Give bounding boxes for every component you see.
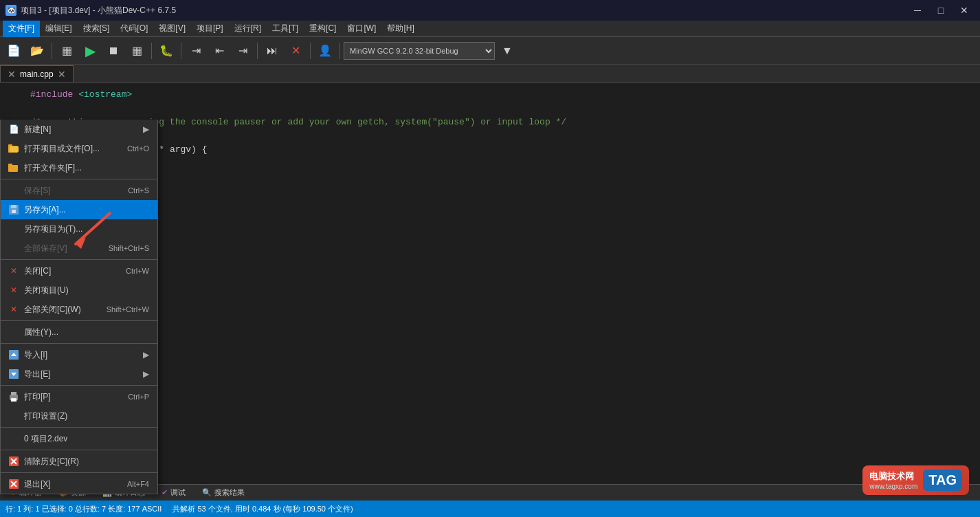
menu-edit[interactable]: 编辑[E] bbox=[40, 21, 78, 37]
menu-item-clear-history-label: 清除历史[C](R) bbox=[24, 456, 149, 468]
tb-cancel-button[interactable]: ✕ bbox=[285, 40, 307, 62]
menu-run[interactable]: 运行[R] bbox=[229, 21, 267, 37]
menu-tools[interactable]: 工具[T] bbox=[267, 21, 304, 37]
svg-rect-4 bbox=[8, 164, 12, 166]
menu-item-save-as[interactable]: 另存为[A]... bbox=[1, 200, 157, 219]
sep-3 bbox=[1, 320, 157, 321]
tb-indent-button[interactable]: ⇥ bbox=[185, 40, 207, 62]
menu-view[interactable]: 视图[V] bbox=[153, 21, 191, 37]
menu-item-recent[interactable]: 0 项目2.dev bbox=[1, 429, 157, 448]
menu-item-new[interactable]: 📄 新建[N] ▶ bbox=[1, 120, 157, 139]
title-bar-controls: ─ □ ✕ bbox=[907, 0, 975, 21]
menu-item-properties-label: 属性(Y)... bbox=[24, 327, 149, 338]
tb-sep3 bbox=[181, 43, 181, 59]
tb-grid2-button[interactable]: ▦ bbox=[126, 40, 148, 62]
menu-item-properties[interactable]: 属性(Y)... bbox=[1, 322, 157, 342]
bottom-tab-debug-label: 调试 bbox=[170, 487, 186, 498]
svg-rect-1 bbox=[8, 144, 12, 146]
menu-item-export-label: 导出[E] bbox=[24, 368, 143, 380]
menu-project[interactable]: 项目[P] bbox=[191, 21, 229, 37]
svg-rect-14 bbox=[11, 398, 16, 402]
compiler-select[interactable]: MinGW GCC 9.2.0 32-bit Debug bbox=[344, 42, 495, 60]
sep-8 bbox=[1, 472, 157, 473]
tb-grid1-button[interactable]: ▦ bbox=[56, 40, 78, 62]
menu-item-recent-label: 0 项目2.dev bbox=[24, 433, 149, 445]
menu-item-open[interactable]: 打开项目或文件[O]... Ctrl+O bbox=[1, 139, 157, 158]
menu-item-open-folder[interactable]: 打开文件夹[F]... bbox=[1, 158, 157, 177]
menu-item-close-label: 关闭[C] bbox=[24, 265, 126, 277]
print-icon bbox=[6, 389, 21, 404]
menu-refactor[interactable]: 重构[C] bbox=[304, 21, 342, 37]
tab-close2-icon[interactable]: ✕ bbox=[58, 69, 66, 80]
clear-history-icon bbox=[6, 454, 21, 469]
tb-unindent-button[interactable]: ⇤ bbox=[208, 40, 230, 62]
save-icon bbox=[6, 183, 21, 198]
menu-item-exit[interactable]: 退出[X] Alt+F4 bbox=[1, 474, 157, 494]
menu-item-close[interactable]: ✕ 关闭[C] Ctrl+W bbox=[1, 261, 157, 280]
menu-help[interactable]: 帮助[H] bbox=[381, 21, 419, 37]
debug-icon: ✔ bbox=[162, 488, 168, 497]
new-arrow-icon: ▶ bbox=[143, 124, 149, 134]
window-title: 项目3 - [项目3.dev] - 小熊猫Dev-C++ 6.7.5 bbox=[21, 5, 176, 16]
close-button[interactable]: ✕ bbox=[954, 0, 975, 21]
menu-window[interactable]: 窗口[W] bbox=[342, 21, 381, 37]
tb-open-button[interactable]: 📂 bbox=[26, 40, 48, 62]
status-row-col: 行: 1 列: 1 已选择: 0 总行数: 7 长度: 177 ASCII bbox=[5, 504, 162, 514]
menu-item-exit-label: 退出[X] bbox=[24, 478, 127, 490]
close-all-icon: ✕ bbox=[6, 302, 21, 317]
menu-item-save-all-label: 全部保存[V] bbox=[24, 243, 109, 254]
tb-next-button[interactable]: ⏭ bbox=[261, 40, 283, 62]
tb-bug-button[interactable]: 🐛 bbox=[155, 40, 177, 62]
menu-item-new-label: 新建[N] bbox=[24, 124, 143, 135]
menu-code[interactable]: 代码[O] bbox=[115, 21, 153, 37]
open-icon bbox=[6, 141, 21, 156]
recent-icon bbox=[6, 431, 21, 446]
watermark-url: www.tagxp.com bbox=[869, 483, 917, 490]
watermark-site: 电脑技术网 bbox=[869, 470, 917, 483]
menu-item-import[interactable]: 导入[I] ▶ bbox=[1, 345, 157, 364]
tb-sep6 bbox=[339, 43, 340, 59]
tb-format-button[interactable]: ⇥ bbox=[232, 40, 254, 62]
tab-label: main.cpp bbox=[20, 69, 54, 79]
menu-item-save-as-label: 另存为[A]... bbox=[24, 204, 149, 216]
menu-search[interactable]: 搜索[S] bbox=[78, 21, 115, 37]
sep-7 bbox=[1, 450, 157, 450]
bottom-tab-search[interactable]: 🔍 搜索结果 bbox=[198, 485, 249, 501]
maximize-button[interactable]: □ bbox=[931, 0, 951, 21]
code-line-2 bbox=[0, 102, 980, 116]
menu-item-print-setup[interactable]: 打印设置(Z) bbox=[1, 406, 157, 426]
svg-rect-7 bbox=[12, 210, 16, 213]
sep-6 bbox=[1, 427, 157, 428]
tb-stop-button[interactable]: ⏹ bbox=[102, 40, 124, 62]
menu-item-save-all: 全部保存[V] Shift+Ctrl+S bbox=[1, 239, 157, 258]
tb-sep4 bbox=[257, 43, 258, 59]
menu-item-export[interactable]: 导出[E] ▶ bbox=[1, 364, 157, 384]
menu-item-print[interactable]: 打印[P] Ctrl+P bbox=[1, 387, 157, 406]
menu-item-save-project-label: 另存项目为(T)... bbox=[24, 223, 149, 235]
menu-item-close-project[interactable]: ✕ 关闭项目(U) bbox=[1, 280, 157, 300]
tb-run-button[interactable]: ▶ bbox=[79, 40, 101, 62]
bottom-tab-debug[interactable]: ✔ 调试 bbox=[157, 485, 190, 501]
menu-item-import-label: 导入[I] bbox=[24, 349, 143, 361]
tb-sep1 bbox=[52, 43, 52, 59]
menu-item-close-all[interactable]: ✕ 全部关闭[C](W) Shift+Ctrl+W bbox=[1, 300, 157, 319]
minimize-button[interactable]: ─ bbox=[907, 0, 928, 21]
menu-item-close-project-label: 关闭项目(U) bbox=[24, 285, 149, 296]
tab-main-cpp[interactable]: ✕ main.cpp ✕ bbox=[0, 65, 74, 82]
menu-item-folder-label: 打开文件夹[F]... bbox=[24, 162, 149, 174]
save-as-icon bbox=[6, 202, 21, 217]
tab-close-icon[interactable]: ✕ bbox=[8, 69, 16, 80]
save-all-shortcut: Shift+Ctrl+S bbox=[109, 244, 149, 252]
tb-new-button[interactable]: 📄 bbox=[3, 40, 25, 62]
tb-dropdown-button[interactable]: ▼ bbox=[496, 40, 518, 62]
tb-profile-button[interactable]: 👤 bbox=[314, 40, 336, 62]
menu-item-clear-history[interactable]: 清除历史[C](R) bbox=[1, 452, 157, 471]
menu-item-save-project-as[interactable]: 另存项目为(T)... bbox=[1, 219, 157, 239]
export-arrow-icon: ▶ bbox=[143, 369, 149, 379]
menu-item-close-all-label: 全部关闭[C](W) bbox=[24, 304, 107, 316]
folder-icon bbox=[6, 160, 21, 175]
menu-file[interactable]: 文件[F] bbox=[3, 21, 40, 37]
print-shortcut: Ctrl+P bbox=[128, 393, 149, 401]
tab-bar: ✕ main.cpp ✕ bbox=[0, 65, 980, 82]
title-bar-left: 🐼 项目3 - [项目3.dev] - 小熊猫Dev-C++ 6.7.5 bbox=[5, 5, 176, 16]
